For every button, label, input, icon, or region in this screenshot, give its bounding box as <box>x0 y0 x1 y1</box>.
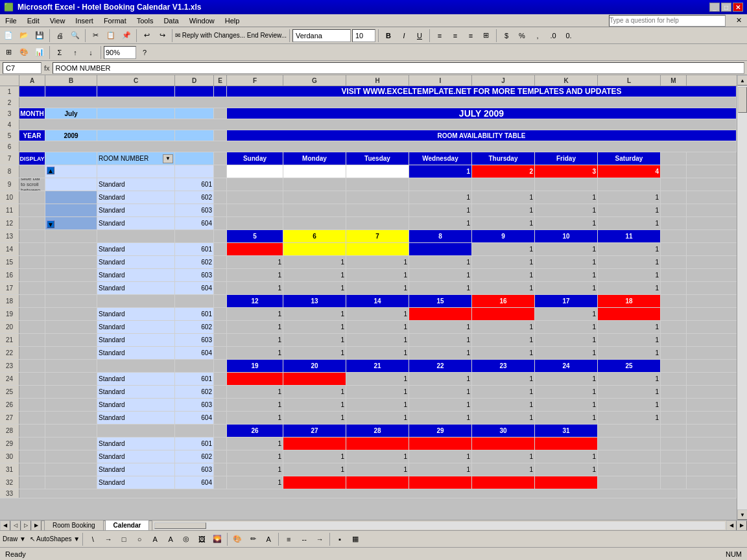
cell-c7-display-val[interactable]: ROOM NUMBER ▼ <box>97 152 175 165</box>
align-right-button[interactable]: ≡ <box>464 29 478 43</box>
sort-desc-button[interactable]: ↓ <box>84 45 98 60</box>
underline-button[interactable]: U <box>412 29 427 43</box>
chart-button[interactable]: 📊 <box>32 45 47 60</box>
col-header-h[interactable]: H <box>346 75 409 86</box>
undo-button[interactable]: ↩ <box>139 29 154 43</box>
preview-button[interactable]: 🔍 <box>68 29 82 43</box>
wordart-tool[interactable]: A <box>163 532 178 546</box>
scroll-up-btn[interactable]: ▲ <box>47 167 54 174</box>
merge-button[interactable]: ⊞ <box>479 29 493 43</box>
currency-button[interactable]: $ <box>499 29 514 43</box>
copy-button[interactable]: 📋 <box>104 29 118 43</box>
sort-asc-button[interactable]: ↑ <box>68 45 82 60</box>
window-controls[interactable]: _ □ ✕ <box>709 3 743 12</box>
align-left-button[interactable]: ≡ <box>433 29 447 43</box>
col-header-f[interactable]: F <box>227 75 283 86</box>
fill-color-draw[interactable]: 🎨 <box>230 532 244 546</box>
col-header-i[interactable]: I <box>409 75 472 86</box>
scroll-thumb-v[interactable] <box>738 87 747 113</box>
help-close[interactable]: ✕ <box>733 15 744 26</box>
dash-style-draw[interactable]: -- <box>297 532 311 546</box>
percent-button[interactable]: % <box>515 29 529 43</box>
font-size-selector[interactable] <box>352 29 375 42</box>
image-tool[interactable]: 🌄 <box>210 532 224 546</box>
diagram-tool[interactable]: ◎ <box>179 532 193 546</box>
save-button[interactable]: 💾 <box>32 29 47 43</box>
close-button[interactable]: ✕ <box>733 3 743 12</box>
help-search[interactable] <box>609 15 726 27</box>
h-scroll-thumb[interactable] <box>154 522 206 529</box>
scroll-down-arrow[interactable]: ▼ <box>737 509 747 520</box>
sheet-left-btn[interactable]: ◀ <box>0 520 10 531</box>
cell-reference-box[interactable] <box>3 62 42 74</box>
tab-room-booking[interactable]: Room Booking <box>44 520 104 530</box>
menu-window[interactable]: Window <box>187 16 217 26</box>
col-header-k[interactable]: K <box>535 75 598 86</box>
col-header-l[interactable]: L <box>598 75 661 86</box>
zoom-selector[interactable] <box>104 46 136 59</box>
horizontal-scrollbar[interactable]: ◀ ◁ ▷ ▶ Room Booking Calendar ◀ ▶ <box>0 520 747 530</box>
formula-input[interactable] <box>53 62 744 74</box>
open-button[interactable]: 📂 <box>17 29 31 43</box>
italic-button[interactable]: I <box>397 29 411 43</box>
increase-decimal-button[interactable]: .0 <box>546 29 560 43</box>
menu-help[interactable]: Help <box>222 16 243 26</box>
decrease-decimal-button[interactable]: 0. <box>562 29 576 43</box>
h-scroll-left[interactable]: ◀ <box>726 520 737 531</box>
bold-button[interactable]: B <box>381 29 396 43</box>
clipart-tool[interactable]: 🖼 <box>195 532 209 546</box>
line-style-draw[interactable]: ≡ <box>281 532 296 546</box>
h-scroll-right[interactable]: ▶ <box>737 520 747 531</box>
rect-tool[interactable]: □ <box>117 532 131 546</box>
sheet-next-btn[interactable]: ▷ <box>21 520 31 531</box>
col-header-c[interactable]: C <box>97 75 175 86</box>
line-color-draw[interactable]: ✏ <box>246 532 260 546</box>
font-selector[interactable] <box>292 29 351 42</box>
arrow-tool[interactable]: → <box>101 532 115 546</box>
oval-tool[interactable]: ○ <box>132 532 147 546</box>
help-button[interactable]: ? <box>137 45 152 60</box>
menu-tools[interactable]: Tools <box>134 16 156 26</box>
sheet-prev-btn[interactable]: ◁ <box>10 520 21 531</box>
align-center-button[interactable]: ≡ <box>448 29 462 43</box>
scroll-down-btn[interactable]: ▼ <box>47 220 54 228</box>
minimize-button[interactable]: _ <box>709 3 720 12</box>
col-header-g[interactable]: G <box>283 75 346 86</box>
scroll-track-v[interactable] <box>737 86 747 509</box>
col-header-a[interactable]: A <box>19 75 45 86</box>
menu-data[interactable]: Data <box>161 16 181 26</box>
menu-insert[interactable]: Insert <box>73 16 96 26</box>
menu-edit[interactable]: Edit <box>25 16 42 26</box>
draw-borders-button[interactable]: ⊞ <box>1 45 16 60</box>
h-scroll-track[interactable] <box>154 522 725 530</box>
col-header-m[interactable]: M <box>661 75 687 86</box>
maximize-button[interactable]: □ <box>721 3 731 12</box>
menu-view[interactable]: View <box>47 16 68 26</box>
menu-file[interactable]: File <box>3 16 19 26</box>
vertical-scrollbar[interactable]: ▲ ▼ <box>737 75 747 520</box>
cut-button[interactable]: ✂ <box>88 29 102 43</box>
3d-draw[interactable]: ▦ <box>348 532 362 546</box>
monday-header: Monday <box>283 152 346 165</box>
textbox-tool[interactable]: A <box>148 532 162 546</box>
col-header-b[interactable]: B <box>45 75 97 86</box>
arrow-style-draw[interactable]: → <box>313 532 327 546</box>
col-header-e[interactable]: E <box>214 75 227 86</box>
paste-button[interactable]: 📌 <box>119 29 134 43</box>
tab-calendar[interactable]: Calendar <box>105 520 150 530</box>
print-button[interactable]: 🖨 <box>53 29 67 43</box>
line-tool[interactable]: \ <box>86 532 100 546</box>
col-header-j[interactable]: J <box>472 75 535 86</box>
col-header-d[interactable]: D <box>175 75 214 86</box>
comma-button[interactable]: , <box>530 29 545 43</box>
fill-color-button[interactable]: 🎨 <box>17 45 31 60</box>
sum-button[interactable]: Σ <box>53 45 67 60</box>
shadow-draw[interactable]: ▪ <box>333 532 347 546</box>
scroll-up-arrow[interactable]: ▲ <box>737 75 747 86</box>
font-color-draw[interactable]: A <box>261 532 276 546</box>
redo-button[interactable]: ↪ <box>155 29 169 43</box>
new-button[interactable]: 📄 <box>1 29 16 43</box>
menu-format[interactable]: Format <box>101 16 129 26</box>
sheet-right-btn[interactable]: ▶ <box>31 520 42 531</box>
dropdown-icon[interactable]: ▼ <box>163 154 173 163</box>
